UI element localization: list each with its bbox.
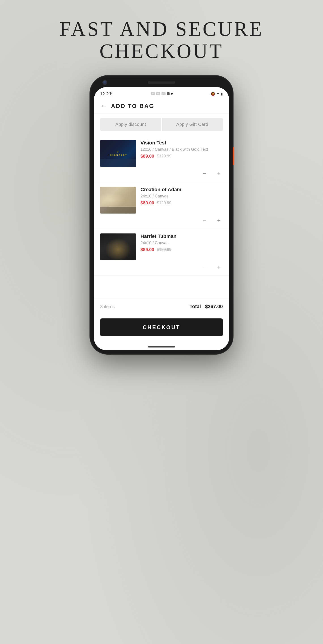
cart-list: Vision Test 12x16 / Canvas / Black with … xyxy=(94,136,229,276)
phone-device: 12:26 31 31 31 🔕 ▾ ▮ ← ADD TO BAG xyxy=(90,76,233,354)
increase-qty-button[interactable]: + xyxy=(215,263,223,271)
item-price-orig: $129.99 xyxy=(157,154,171,158)
item-price-sale: $89.00 xyxy=(140,154,154,159)
item-info-harriet-tubman: Harriet Tubman 24x10 / Canvas $89.00 $12… xyxy=(140,234,223,252)
status-icon-1: 31 xyxy=(151,92,155,95)
item-price-row: $89.00 $129.99 xyxy=(140,200,223,206)
status-app-icons: 31 31 31 xyxy=(151,92,173,95)
item-info-vision-test: Vision Test 12x16 / Canvas / Black with … xyxy=(140,140,223,159)
item-price-orig: $129.99 xyxy=(157,247,171,252)
increase-qty-button[interactable]: + xyxy=(215,216,223,224)
checkout-button[interactable]: CHECKOUT xyxy=(100,318,223,336)
increase-qty-button[interactable]: + xyxy=(215,170,223,178)
phone-bottom-bar xyxy=(94,342,229,350)
cart-item: Creation of Adam 24x10 / Canvas $89.00 $… xyxy=(94,182,229,229)
item-name: Creation of Adam xyxy=(140,187,223,192)
item-qty-row: − + xyxy=(100,167,223,178)
page-hero-title: FAST AND SECURE CHECKOUT xyxy=(60,18,264,62)
apply-discount-button[interactable]: Apply discount xyxy=(100,118,161,131)
item-image-harriet-tubman xyxy=(100,234,136,260)
item-price-row: $89.00 $129.99 xyxy=(140,154,223,159)
item-variant: 12x16 / Canvas / Black with Gold Text xyxy=(140,147,223,152)
item-variant: 24x10 / Canvas xyxy=(140,194,223,198)
page-title: ADD TO BAG xyxy=(111,103,154,110)
item-name: Vision Test xyxy=(140,140,223,146)
status-bar: 12:26 31 31 31 🔕 ▾ ▮ xyxy=(94,87,229,98)
phone-side-button xyxy=(233,147,234,165)
status-time: 12:26 xyxy=(100,91,112,96)
decrease-qty-button[interactable]: − xyxy=(200,216,208,224)
item-qty-row: − + xyxy=(100,214,223,224)
hero-title-line2: CHECKOUT xyxy=(60,40,264,62)
item-name: Harriet Tubman xyxy=(140,234,223,239)
back-button[interactable]: ← xyxy=(100,102,106,110)
cart-items-count: 3 items xyxy=(100,304,114,309)
status-right-icons: 🔕 ▾ ▮ xyxy=(211,91,223,96)
item-price-orig: $129.99 xyxy=(157,200,171,205)
total-label: Total xyxy=(190,304,201,309)
discount-row: Apply discount Apply Gift Card xyxy=(94,113,229,136)
phone-camera xyxy=(102,80,107,85)
item-price-sale: $89.00 xyxy=(140,200,154,206)
cart-item: Vision Test 12x16 / Canvas / Black with … xyxy=(94,136,229,182)
battery-icon: ▮ xyxy=(221,92,223,96)
item-image-creation-of-adam xyxy=(100,187,136,214)
item-price-row: $89.00 $129.99 xyxy=(140,247,223,252)
wifi-icon: ▾ xyxy=(217,91,219,96)
phone-speaker xyxy=(148,81,175,84)
phone-screen: 12:26 31 31 31 🔕 ▾ ▮ ← ADD TO BAG xyxy=(94,87,229,350)
cart-item: Harriet Tubman 24x10 / Canvas $89.00 $12… xyxy=(94,229,229,276)
cart-total: Total $267.00 xyxy=(190,304,223,310)
mute-icon: 🔕 xyxy=(211,92,215,96)
decrease-qty-button[interactable]: − xyxy=(200,263,208,271)
status-icon-2: 31 xyxy=(156,92,160,95)
status-square-icon xyxy=(167,92,170,95)
decrease-qty-button[interactable]: − xyxy=(200,170,208,178)
item-info-creation-of-adam: Creation of Adam 24x10 / Canvas $89.00 $… xyxy=(140,187,223,206)
item-image-vision-test xyxy=(100,140,136,167)
phone-top-bar xyxy=(94,80,229,86)
cart-footer: 3 items Total $267.00 xyxy=(94,298,229,315)
apply-gift-card-button[interactable]: Apply Gift Card xyxy=(162,118,223,131)
app-header: ← ADD TO BAG xyxy=(94,98,229,113)
item-variant: 24x10 / Canvas xyxy=(140,240,223,245)
cart-spacer xyxy=(94,276,229,298)
hero-title-line1: FAST AND SECURE xyxy=(60,18,264,40)
total-value: $267.00 xyxy=(205,304,223,309)
home-indicator xyxy=(148,346,175,348)
status-icon-3: 31 xyxy=(162,92,166,95)
item-qty-row: − + xyxy=(100,260,223,271)
item-price-sale: $89.00 xyxy=(140,247,154,252)
status-dot-icon xyxy=(171,93,173,94)
